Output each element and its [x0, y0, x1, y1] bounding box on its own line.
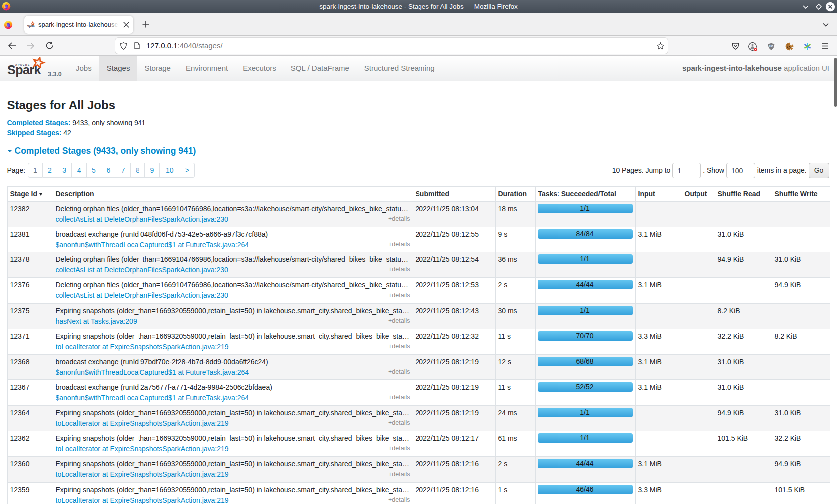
svg-text:UO: UO: [769, 45, 773, 48]
